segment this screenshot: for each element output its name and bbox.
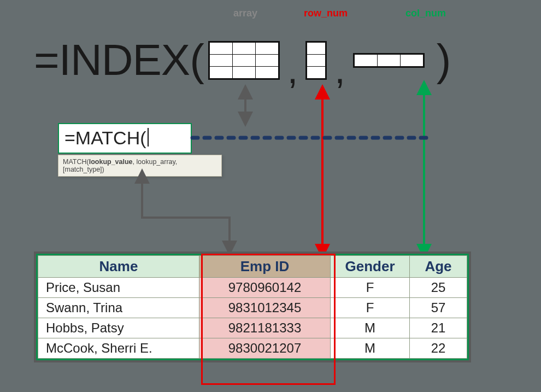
comma-2: ,: [334, 48, 345, 92]
table-row: McCook, Sherri E. 9830021207 M 22: [38, 338, 467, 359]
cell-name: Swann, Trina: [38, 298, 199, 318]
cell-gender: F: [331, 278, 410, 298]
cell-age: 21: [410, 318, 467, 338]
index-formula: =INDEX( , , ): [34, 33, 519, 87]
cell-age: 25: [410, 278, 467, 298]
cell-age: 22: [410, 338, 467, 359]
label-row-num: row_num: [304, 8, 348, 19]
text-cursor-icon: [148, 128, 149, 147]
col-header-age: Age: [410, 256, 467, 278]
data-table: Name Emp ID Gender Age Price, Susan 9780…: [38, 255, 467, 359]
table-row: Swann, Trina 9831012345 F 57: [38, 298, 467, 318]
table-row: Hobbs, Patsy 9821181333 M 21: [38, 318, 467, 338]
label-col-num: col_num: [405, 8, 446, 19]
cell-name: Price, Susan: [38, 278, 199, 298]
cell-gender: F: [331, 298, 410, 318]
match-tooltip: MATCH(lookup_value, lookup_array, [match…: [58, 155, 222, 177]
formula-close: ): [437, 35, 451, 85]
col-header-empid: Emp ID: [199, 256, 331, 278]
cell-empid: 9830021207: [199, 338, 331, 359]
col-header-name: Name: [38, 256, 199, 278]
match-cell-input[interactable]: =MATCH(: [58, 123, 192, 154]
tooltip-fn: MATCH(: [63, 158, 89, 166]
cell-gender: M: [331, 318, 410, 338]
data-table-wrap: Name Emp ID Gender Age Price, Susan 9780…: [34, 251, 471, 362]
cell-age: 57: [410, 298, 467, 318]
tooltip-bold-arg: lookup_value: [89, 158, 133, 166]
cell-empid: 9780960142: [199, 278, 331, 298]
col-grid-icon: [353, 53, 425, 68]
cell-gender: M: [331, 338, 410, 359]
table-header-row: Name Emp ID Gender Age: [38, 256, 467, 278]
cell-name: McCook, Sherri E.: [38, 338, 199, 359]
array-grid-icon: [208, 41, 280, 80]
comma-1: ,: [287, 48, 298, 92]
cell-empid: 9821181333: [199, 318, 331, 338]
formula-prefix: =INDEX(: [34, 35, 204, 85]
table-row: Price, Susan 9780960142 F 25: [38, 278, 467, 298]
row-grid-icon: [305, 41, 327, 80]
cell-empid: 9831012345: [199, 298, 331, 318]
match-cell-text: =MATCH(: [64, 127, 146, 148]
cell-name: Hobbs, Patsy: [38, 318, 199, 338]
match-block: =MATCH( MATCH(lookup_value, lookup_array…: [58, 123, 249, 177]
label-array: array: [233, 8, 257, 19]
col-header-gender: Gender: [331, 256, 410, 278]
